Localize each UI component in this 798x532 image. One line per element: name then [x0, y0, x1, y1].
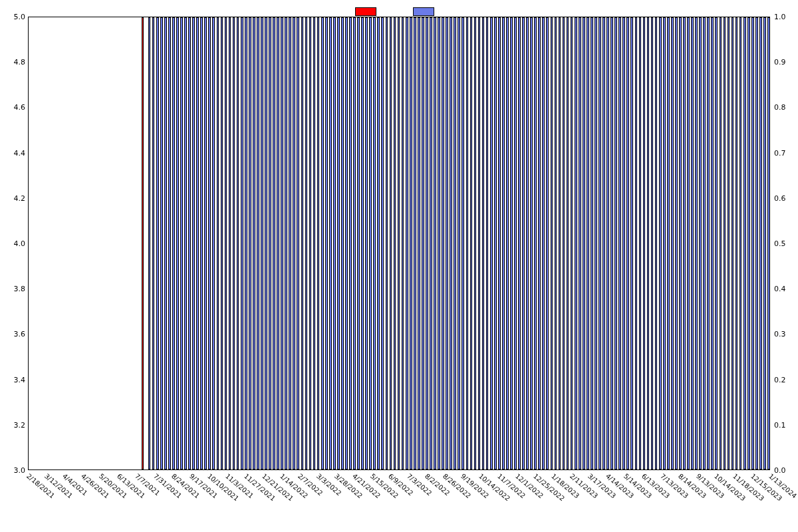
bar-blue	[595, 17, 597, 469]
bar-blue	[188, 17, 191, 469]
bar-blue	[245, 17, 247, 469]
bar-blue	[390, 17, 392, 469]
ytick-right: 0.6	[774, 194, 786, 202]
bar-blue	[583, 17, 585, 469]
bar-blue	[720, 17, 722, 469]
ytick-left: 3.8	[1, 285, 25, 293]
bar-blue	[587, 17, 589, 469]
bar-blue	[715, 17, 718, 469]
bar-blue	[257, 17, 259, 469]
bar-blue	[643, 17, 646, 469]
bar-blue	[365, 17, 368, 469]
bar-blue	[454, 17, 456, 469]
bar-blue	[655, 17, 658, 469]
bar-blue	[751, 17, 754, 469]
bar-blue	[402, 17, 404, 469]
bar-blue	[418, 17, 420, 469]
bar-blue	[398, 17, 400, 469]
bar-blue	[305, 17, 308, 469]
bar-blue	[651, 17, 654, 469]
bar-blue	[699, 17, 702, 469]
bar-blue	[639, 17, 642, 469]
bar-blue	[373, 17, 376, 469]
bar-blue	[763, 17, 766, 469]
bar-red	[142, 17, 144, 469]
bar-blue	[301, 17, 304, 469]
bar-blue	[156, 17, 159, 469]
bar-blue	[329, 17, 332, 469]
bar-blue	[610, 17, 613, 469]
ytick-left: 4.8	[1, 58, 25, 66]
bar-blue	[386, 17, 388, 469]
bar-blue	[353, 17, 356, 469]
ytick-left: 3.0	[1, 466, 25, 475]
plot-area	[28, 17, 770, 470]
bar-blue	[563, 17, 565, 469]
bar-blue	[208, 17, 211, 469]
bar-blue	[514, 17, 517, 469]
bar-blue	[281, 17, 283, 469]
bar-blue	[450, 17, 452, 469]
ytick-right: 0.1	[774, 420, 786, 429]
bar-blue	[530, 17, 533, 469]
bar-blue	[687, 17, 690, 469]
bar-blue	[559, 17, 561, 469]
bar-blue	[626, 17, 629, 469]
bar-blue	[679, 17, 682, 469]
bar-blue	[325, 17, 328, 469]
bar-blue	[160, 17, 163, 469]
bar-blue	[261, 17, 263, 469]
bar-blue	[377, 17, 380, 469]
bar-blue	[747, 17, 750, 469]
bar-blue	[196, 17, 199, 469]
bar-blue	[474, 17, 477, 469]
bar-blue	[755, 17, 758, 469]
bar-blue	[349, 17, 352, 469]
bar-blue	[526, 17, 529, 469]
bar-blue	[571, 17, 573, 469]
bar-blue	[172, 17, 175, 469]
legend-swatch-red	[355, 7, 376, 16]
bar-blue	[394, 17, 396, 469]
bar-blue	[184, 17, 187, 469]
bar-blue	[602, 17, 605, 469]
bar-blue	[237, 17, 239, 469]
bar-blue	[414, 17, 416, 469]
ytick-left: 4.6	[1, 103, 25, 112]
bar-blue	[434, 17, 436, 469]
bar-blue	[221, 17, 223, 469]
bar-blue	[555, 17, 557, 469]
bar-blue	[285, 17, 287, 469]
bar-blue	[707, 17, 710, 469]
bar-blue	[176, 17, 179, 469]
bar-blue	[551, 17, 553, 469]
bar-blue	[579, 17, 581, 469]
bar-blue	[438, 17, 440, 469]
bar-blue	[321, 17, 324, 469]
bar-blue	[426, 17, 428, 469]
bars-container	[29, 17, 769, 469]
bar-blue	[269, 17, 271, 469]
bar-blue	[575, 17, 577, 469]
bar-blue	[406, 17, 408, 469]
bar-blue	[506, 17, 509, 469]
bar-blue	[630, 17, 633, 469]
ytick-left: 3.6	[1, 330, 25, 338]
bar-blue	[148, 17, 151, 469]
bar-blue	[635, 17, 638, 469]
bar-blue	[273, 17, 275, 469]
bar-blue	[345, 17, 348, 469]
bar-blue	[691, 17, 694, 469]
bar-blue	[462, 17, 464, 469]
bar-blue	[164, 17, 167, 469]
legend-swatch-blue	[413, 7, 434, 16]
bar-blue	[591, 17, 593, 469]
bar-blue	[229, 17, 231, 469]
bar-blue	[659, 17, 662, 469]
bar-blue	[200, 17, 203, 469]
bar-blue	[567, 17, 569, 469]
bar-blue	[309, 17, 312, 469]
ytick-right: 0.2	[774, 375, 786, 384]
bar-blue	[739, 17, 742, 469]
bar-blue	[341, 17, 344, 469]
